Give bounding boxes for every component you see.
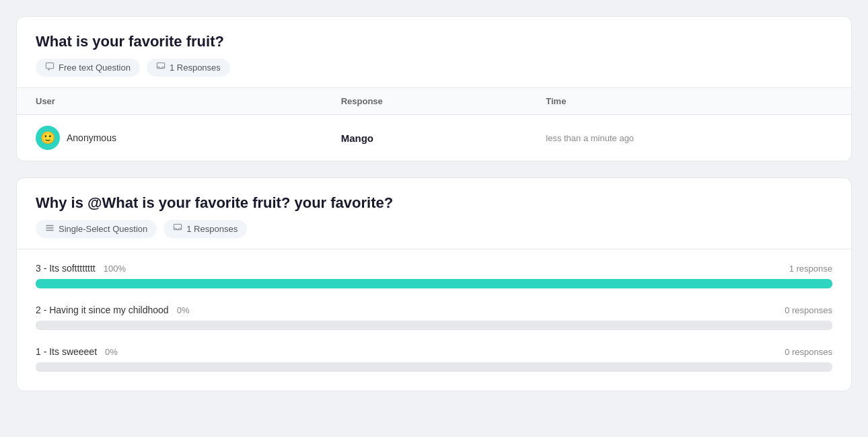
chart-label-left: 3 - Its softttttttt 100% [36,263,126,274]
chart-row: 3 - Its softttttttt 100% 1 response [36,263,832,288]
chart-pct: 0% [177,305,190,315]
table-row: 🙂 Anonymous Mango less than a minute ago [17,115,851,161]
response-cell: Mango [322,115,528,161]
card2-badges: Single-Select Question 1 Responses [36,220,832,238]
chart-response-count: 0 responses [785,305,832,315]
card2-header: Why is @What is your favorite fruit? you… [17,178,851,249]
card1-header: What is your favorite fruit? Free text Q… [17,17,851,87]
user-cell: 🙂 Anonymous [17,115,322,161]
col-time: Time [527,88,851,115]
chart-pct: 0% [105,347,118,357]
inbox2-icon [173,223,182,235]
col-response: Response [322,88,528,115]
chart-option-label: 3 - Its softttttttt [36,263,96,274]
card1-table-container: User Response Time 🙂 Anonymous Mango les… [17,87,851,161]
responses-table: User Response Time 🙂 Anonymous Mango les… [17,88,851,161]
chart-section: 3 - Its softttttttt 100% 1 response 2 - … [17,249,851,391]
svg-rect-0 [157,63,164,68]
chart-response-count: 0 responses [785,347,832,357]
chart-row: 2 - Having it since my childhood 0% 0 re… [36,305,832,330]
response-value: Mango [341,132,373,144]
question-card-2: Why is @What is your favorite fruit? you… [16,177,852,391]
card1-badges: Free text Question 1 Responses [36,58,832,77]
badge-responses-label: 1 Responses [170,63,221,73]
inbox-icon [156,62,166,73]
question-card-1: What is your favorite fruit? Free text Q… [16,16,852,161]
user-name: Anonymous [67,132,116,143]
badge-type-label: Free text Question [59,63,131,73]
chart-label-left: 2 - Having it since my childhood 0% [36,305,189,315]
chart-pct: 100% [104,264,126,274]
chart-response-count: 1 response [789,264,832,274]
progress-bar-bg [36,279,832,288]
list-icon [45,223,55,235]
chart-option-label: 2 - Having it since my childhood [36,305,169,315]
card2-title: Why is @What is your favorite fruit? you… [36,194,832,212]
badge2-responses: 1 Responses [164,220,247,238]
badge-question-type: Free text Question [36,58,140,77]
table-header-row: User Response Time [17,88,851,115]
time-cell: less than a minute ago [527,115,851,161]
progress-bar-bg [36,362,832,372]
chat-icon [45,62,55,73]
badge2-responses-label: 1 Responses [186,224,238,234]
chart-label-left: 1 - Its sweeeet 0% [36,346,118,357]
chart-label-row: 2 - Having it since my childhood 0% 0 re… [36,305,832,315]
card1-title: What is your favorite fruit? [36,33,832,50]
progress-bar-fill [36,279,832,288]
chart-label-row: 1 - Its sweeeet 0% 0 responses [36,346,832,357]
badge2-question-type: Single-Select Question [36,220,157,238]
chart-label-row: 3 - Its softttttttt 100% 1 response [36,263,832,274]
badge-responses: 1 Responses [147,58,230,77]
chart-row: 1 - Its sweeeet 0% 0 responses [36,346,832,372]
progress-bar-bg [36,321,832,330]
chart-option-label: 1 - Its sweeeet [36,346,97,357]
svg-rect-4 [174,224,182,229]
avatar: 🙂 [36,126,60,150]
badge2-type-label: Single-Select Question [59,224,147,234]
col-user: User [17,88,322,115]
